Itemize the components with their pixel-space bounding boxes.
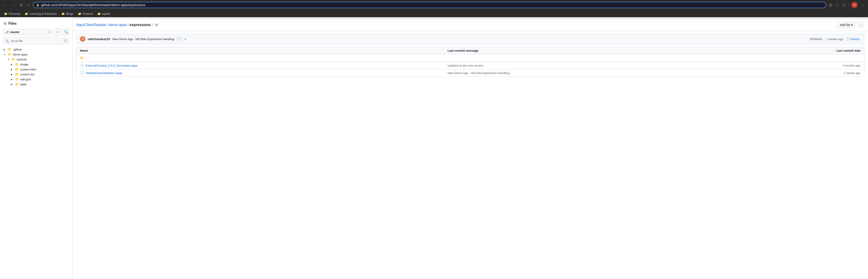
main-content: AppsClientSample / demo-apps / expressio…: [72, 17, 868, 279]
breadcrumb-part1-link[interactable]: demo-apps: [109, 23, 127, 27]
col-header-commit-date: Last commit date: [815, 49, 861, 52]
tree-item-github[interactable]: ▶ 📁 .github: [0, 47, 72, 52]
add-file-label: Add file: [840, 23, 850, 27]
star-button[interactable]: ☆: [835, 2, 840, 8]
reload-button[interactable]: ↻: [19, 2, 24, 8]
bookmark-label: uipath: [102, 12, 110, 16]
table-row[interactable]: 📄 ExternalContext_3.0.0_DemoApp.uiapp Up…: [76, 62, 864, 69]
goto-file-input[interactable]: 🔍 Go to file t: [3, 37, 69, 44]
top-scroll-bar: [72, 17, 868, 19]
more-actions-button[interactable]: ···: [858, 22, 864, 28]
bookmark-personal[interactable]: 📁 Personal: [2, 11, 22, 16]
chevron-down-icon: ▼: [7, 58, 10, 61]
breadcrumb-trailing-slash: /: [152, 23, 153, 27]
chevron-down-icon: ▾: [851, 23, 853, 27]
tree-item-controls[interactable]: ▼ 📁 controls: [0, 57, 72, 62]
commit-status-check: ✓: [184, 37, 187, 41]
tree-item-label: Image: [20, 63, 28, 66]
file-name-cell: 📄 VbDateOnlyValidation.uiapp: [80, 71, 447, 75]
file-icon: 📄: [80, 71, 84, 75]
folder-icon: 📁: [15, 72, 19, 76]
address-bar-input[interactable]: [41, 3, 823, 7]
commit-separator: ·: [824, 37, 825, 41]
address-bar-container[interactable]: 🔒: [33, 2, 826, 8]
file-commit-msg: Updated to the new version: [447, 64, 815, 67]
bookmark-uipath[interactable]: 📁 uipath: [96, 11, 112, 16]
tree-item-label: custom-html: [20, 68, 36, 71]
history-button[interactable]: 🕐 History: [845, 37, 861, 41]
files-panel-icon: ⊞: [4, 21, 6, 26]
folder-icon: 📁: [15, 83, 19, 86]
chevron-down-icon: ▾: [49, 31, 50, 33]
tree-item-label: table: [20, 83, 27, 86]
file-link-vbdate[interactable]: VbDateOnlyValidation.uiapp: [86, 71, 122, 75]
commit-avatar: U: [80, 36, 85, 42]
commit-expand-button[interactable]: ···: [177, 37, 182, 41]
tree-item-custom-list[interactable]: ▶ 📁 custom-list: [0, 72, 72, 77]
chevron-right-icon: ▶: [11, 63, 13, 66]
avatar: U: [851, 2, 858, 8]
table-row[interactable]: 📄 VbDateOnlyValidation.uiapp New Demo Ap…: [76, 69, 864, 76]
goto-file-shortcut: t: [64, 39, 67, 42]
file-table: Name Last commit message Last commit dat…: [76, 47, 864, 77]
folder-icon: 📁: [80, 56, 84, 60]
breadcrumb-container: AppsClientSample / demo-apps / expressio…: [72, 19, 868, 31]
tree-item-table[interactable]: ▶ 📁 table: [0, 82, 72, 87]
security-icon: 🔒: [36, 3, 39, 6]
commit-meta: 85b8404 · 2 weeks ago 🕐 History: [810, 37, 861, 41]
copy-path-button[interactable]: ⧉: [154, 23, 159, 27]
sidebar-title: Files: [8, 22, 17, 26]
tree-item-edit-grid[interactable]: ▶ 📁 edit-grid: [0, 77, 72, 82]
breadcrumb-current: expressions: [130, 23, 151, 27]
folder-icon: 📁: [4, 12, 7, 16]
breadcrumb: AppsClientSample / demo-apps / expressio…: [76, 23, 159, 27]
tree-item-label: .github: [13, 48, 22, 51]
search-files-button[interactable]: 🔍: [62, 28, 69, 36]
chevron-right-icon: ▶: [11, 68, 13, 71]
commit-author[interactable]: uditchandna123: [88, 37, 110, 41]
breadcrumb-sep: /: [107, 23, 108, 27]
table-row[interactable]: 📁 ..: [76, 54, 864, 62]
tree-item-label: controls: [17, 58, 27, 61]
commit-bar: U uditchandna123 New Demo App - VB Date …: [76, 34, 864, 44]
folder-icon: 📁: [11, 58, 15, 61]
branch-dropdown[interactable]: ⎇ master ▾: [3, 29, 52, 35]
extensions-button[interactable]: ⬡: [841, 2, 846, 8]
bookmark-learning[interactable]: 📁 Learning & Research: [23, 11, 59, 16]
parent-dir-link[interactable]: ..: [86, 56, 87, 60]
profile-menu-button[interactable]: U: [850, 1, 859, 9]
folder-icon: 📁: [61, 12, 65, 16]
tree-item-demo-apps[interactable]: ▼ 📁 demo-apps: [0, 52, 72, 57]
commit-message: New Demo App - VB Date Expression Handli…: [112, 37, 174, 41]
folder-icon: 📁: [78, 12, 81, 16]
home-button[interactable]: ⌂: [26, 2, 31, 8]
screen-cast-button[interactable]: ⊡: [828, 2, 833, 8]
bookmark-label: Blogs: [66, 12, 73, 16]
back-button[interactable]: ←: [2, 2, 9, 8]
bookmark-label: Finance: [83, 12, 93, 16]
branch-icon: ⎇: [5, 30, 9, 34]
browser-menu-button[interactable]: ⋮: [860, 2, 866, 8]
sidebar-header: ⊞ Files: [0, 20, 72, 28]
chevron-right-icon: ▶: [11, 83, 13, 86]
commit-hash[interactable]: 85b8404: [810, 37, 822, 41]
branch-name: master: [10, 30, 20, 34]
bookmarks-bar: 📁 Personal 📁 Learning & Research 📁 Blogs…: [0, 10, 868, 17]
file-commit-msg: New Demo App - VB Date Expression Handli…: [447, 71, 815, 75]
bookmark-blogs[interactable]: 📁 Blogs: [60, 11, 75, 16]
breadcrumb-root-link[interactable]: AppsClientSample: [76, 23, 106, 27]
folder-icon: 📁: [8, 53, 11, 56]
bookmark-finance[interactable]: 📁 Finance: [76, 11, 95, 16]
forward-button[interactable]: →: [10, 2, 17, 8]
breadcrumb-actions: Add file ▾ ···: [837, 22, 864, 28]
file-name-cell: 📄 ExternalContext_3.0.0_DemoApp.uiapp: [80, 64, 447, 67]
col-header-commit-msg: Last commit message: [447, 49, 815, 52]
file-link-external-context[interactable]: ExternalContext_3.0.0_DemoApp.uiapp: [86, 64, 137, 67]
tree-item-image[interactable]: ▶ 📁 Image: [0, 62, 72, 67]
tree-item-custom-html[interactable]: ▶ 📁 custom-html: [0, 67, 72, 72]
add-file-button[interactable]: Add file ▾: [837, 22, 856, 28]
add-branch-button[interactable]: +: [54, 28, 61, 36]
folder-icon: 📁: [15, 62, 19, 66]
breadcrumb-sep: /: [128, 23, 129, 27]
goto-file-label: Go to file: [11, 39, 23, 42]
